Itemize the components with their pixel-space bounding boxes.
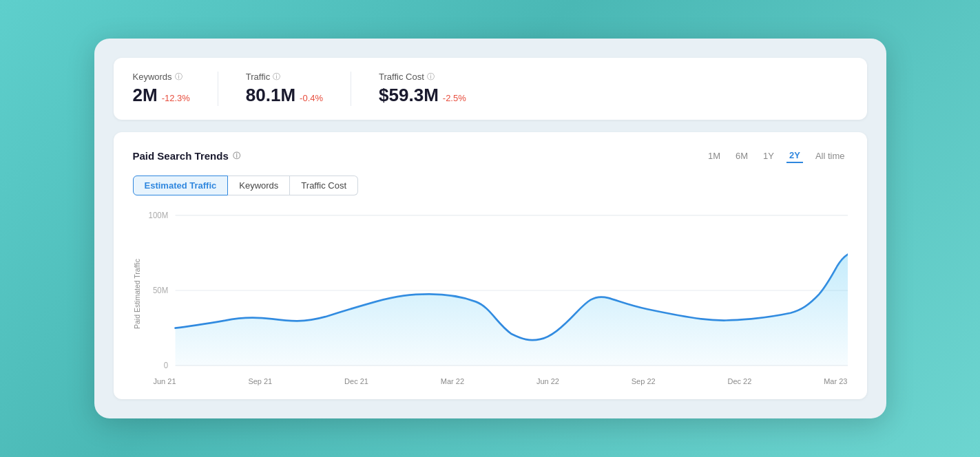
time-filters: 1M 6M 1Y 2Y All time [705,149,848,163]
x-label-mar23: Mar 23 [824,377,847,385]
chart-title-text: Paid Search Trends [133,150,229,162]
traffic-cost-change: -2.5% [443,93,466,103]
traffic-cost-value: $59.3M [379,85,439,106]
svg-text:0: 0 [163,361,168,370]
traffic-info-icon: ⓘ [273,72,280,82]
svg-text:50M: 50M [152,286,167,295]
chart-header: Paid Search Trends ⓘ 1M 6M 1Y 2Y All tim… [133,149,848,163]
traffic-change: -0.4% [300,93,323,103]
x-label-jun21: Jun 21 [154,377,176,385]
x-label-dec21: Dec 21 [344,377,368,385]
metrics-card: Keywords ⓘ 2M -12.3% Traffic ⓘ 80.1M -0.… [114,58,867,120]
chart-area: Paid Estimated Traffic 100M 50M 0 [133,208,848,373]
x-label-sep22: Sep 22 [632,377,656,385]
svg-text:100M: 100M [148,211,168,220]
time-btn-6m[interactable]: 6M [733,149,751,162]
tab-traffic-cost[interactable]: Traffic Cost [290,176,358,195]
traffic-value: 80.1M [246,85,295,106]
outer-card: Keywords ⓘ 2M -12.3% Traffic ⓘ 80.1M -0.… [94,39,886,418]
chart-info-icon: ⓘ [233,151,240,161]
x-label-sep21: Sep 21 [248,377,272,385]
keywords-label: Keywords [133,72,172,82]
tab-keywords[interactable]: Keywords [228,176,290,195]
metric-traffic-cost: Traffic Cost ⓘ $59.3M -2.5% [379,72,494,106]
chart-svg: 100M 50M 0 [147,208,848,373]
chart-svg-container: 100M 50M 0 [147,208,848,373]
metric-keywords: Keywords ⓘ 2M -12.3% [133,72,218,106]
x-label-dec22: Dec 22 [727,377,751,385]
x-axis-labels: Jun 21 Sep 21 Dec 21 Mar 22 Jun 22 Sep 2… [154,373,848,385]
chart-card: Paid Search Trends ⓘ 1M 6M 1Y 2Y All tim… [114,132,867,399]
time-btn-2y[interactable]: 2Y [786,149,803,163]
tab-estimated-traffic[interactable]: Estimated Traffic [133,176,229,195]
traffic-cost-label: Traffic Cost [379,72,424,82]
keywords-info-icon: ⓘ [175,72,183,82]
time-btn-all[interactable]: All time [813,149,848,162]
metric-traffic: Traffic ⓘ 80.1M -0.4% [246,72,351,106]
keywords-value: 2M [133,85,158,106]
filter-tabs: Estimated Traffic Keywords Traffic Cost [133,176,848,195]
traffic-label: Traffic [246,72,270,82]
keywords-change: -12.3% [162,93,190,103]
time-btn-1y[interactable]: 1Y [760,149,777,162]
x-label-jun22: Jun 22 [536,377,559,385]
traffic-cost-info-icon: ⓘ [427,72,435,82]
x-label-mar22: Mar 22 [441,377,464,385]
time-btn-1m[interactable]: 1M [705,149,723,162]
y-axis-label: Paid Estimated Traffic [133,215,141,373]
